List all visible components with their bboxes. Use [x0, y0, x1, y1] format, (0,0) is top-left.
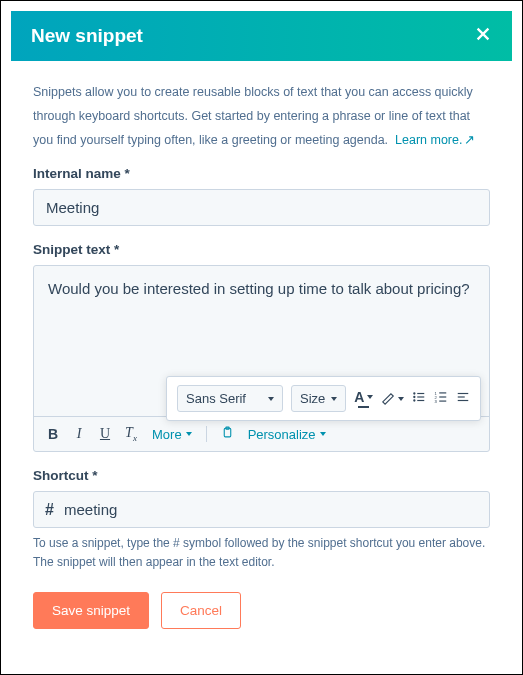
underline-button[interactable]: U: [98, 426, 112, 442]
font-family-select[interactable]: Sans Serif: [177, 385, 283, 412]
snippet-text-editor: Would you be interested in setting up ti…: [33, 265, 490, 452]
more-label: More: [152, 427, 182, 442]
svg-point-4: [414, 399, 416, 401]
shortcut-label: Shortcut *: [33, 468, 490, 483]
personalize-label: Personalize: [248, 427, 316, 442]
internal-name-input[interactable]: [33, 189, 490, 226]
modal-title: New snippet: [31, 25, 143, 47]
svg-rect-9: [440, 396, 447, 397]
italic-button[interactable]: I: [72, 426, 86, 442]
font-size-select[interactable]: Size: [291, 385, 346, 412]
snippet-text-field: Snippet text * Would you be interested i…: [33, 242, 490, 452]
svg-rect-5: [418, 400, 425, 401]
modal-footer: Save snippet Cancel: [33, 592, 490, 629]
more-dropdown[interactable]: More: [152, 427, 192, 442]
modal-header: New snippet: [11, 11, 512, 61]
text-color-button[interactable]: A: [354, 389, 373, 408]
chevron-down-icon: [331, 397, 337, 401]
svg-rect-3: [418, 396, 425, 397]
shortcut-wrap: #: [33, 491, 490, 528]
font-size-label: Size: [300, 391, 325, 406]
clear-format-button[interactable]: Tx: [124, 425, 138, 443]
svg-rect-14: [458, 400, 469, 401]
chevron-down-icon: [398, 397, 404, 401]
align-icon[interactable]: [456, 390, 470, 407]
chevron-down-icon: [268, 397, 274, 401]
svg-rect-11: [440, 401, 447, 402]
modal-inner: New snippet Snippets allow you to create…: [11, 11, 512, 664]
shortcut-help-text: To use a snippet, type the # symbol foll…: [33, 534, 490, 572]
hash-icon: #: [45, 501, 54, 519]
learn-more-link[interactable]: Learn more.↗: [395, 133, 475, 147]
chevron-down-icon: [320, 432, 326, 436]
chevron-down-icon: [367, 395, 373, 399]
shortcut-field: Shortcut * # To use a snippet, type the …: [33, 468, 490, 572]
svg-text:3: 3: [435, 399, 438, 404]
editor-toolbar: B I U Tx More: [34, 416, 489, 451]
font-family-label: Sans Serif: [186, 391, 246, 406]
bullet-list-icon[interactable]: [412, 390, 426, 407]
learn-more-label: Learn more.: [395, 133, 462, 147]
svg-rect-12: [458, 393, 469, 394]
svg-rect-7: [440, 392, 447, 393]
shortcut-input[interactable]: [33, 491, 490, 528]
format-group: B I U Tx: [46, 425, 138, 443]
personalize-dropdown[interactable]: Personalize: [248, 427, 326, 442]
close-icon[interactable]: [474, 25, 492, 47]
formatting-popover: Sans Serif Size A: [166, 376, 481, 421]
bold-button[interactable]: B: [46, 426, 60, 442]
color-bar-icon: [358, 406, 369, 408]
internal-name-label: Internal name *: [33, 166, 490, 181]
svg-rect-1: [418, 393, 425, 394]
cancel-button[interactable]: Cancel: [161, 592, 241, 629]
text-color-glyph: A: [354, 389, 364, 405]
snippet-text-label: Snippet text *: [33, 242, 490, 257]
svg-point-0: [414, 392, 416, 394]
numbered-list-icon[interactable]: 123: [434, 390, 448, 407]
highlight-color-button[interactable]: [381, 392, 404, 406]
svg-point-2: [414, 396, 416, 398]
description-text: Snippets allow you to create reusable bl…: [33, 81, 490, 152]
modal: New snippet Snippets allow you to create…: [1, 1, 522, 674]
separator: [206, 426, 207, 442]
insert-snippet-icon[interactable]: [221, 426, 234, 442]
internal-name-field: Internal name *: [33, 166, 490, 226]
modal-body: Snippets allow you to create reusable bl…: [11, 61, 512, 664]
svg-rect-13: [458, 396, 465, 397]
external-link-icon: ↗: [464, 133, 475, 147]
save-button[interactable]: Save snippet: [33, 592, 149, 629]
chevron-down-icon: [186, 432, 192, 436]
